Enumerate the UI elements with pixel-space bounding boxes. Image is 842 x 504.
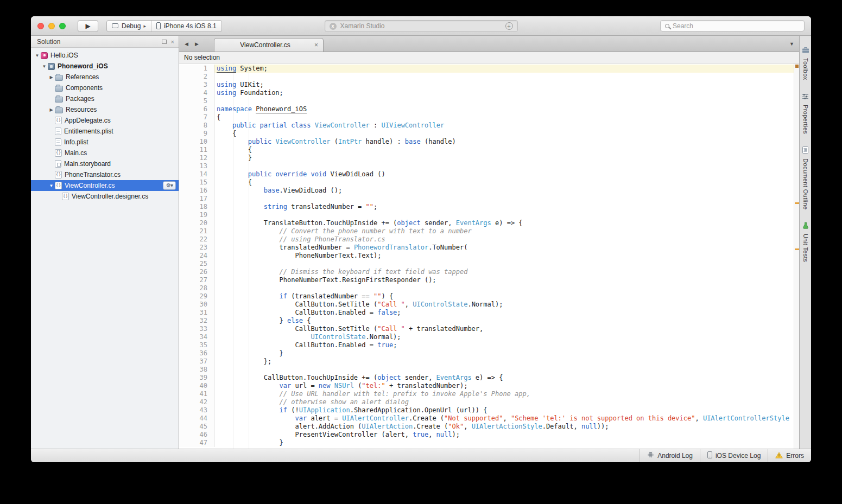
- code-text[interactable]: var url = new NSUrl ("tel:" + translated…: [214, 382, 794, 390]
- code-text[interactable]: var alert = UIAlertController.Create ("N…: [214, 414, 794, 423]
- tree-item-resources[interactable]: ▶Resources: [31, 104, 179, 115]
- line-number[interactable]: 22: [179, 235, 214, 244]
- pad-tab-unit-tests[interactable]: Unit Tests: [802, 221, 809, 262]
- line-number[interactable]: 1: [179, 65, 214, 73]
- code-text[interactable]: [214, 195, 794, 203]
- close-tab-icon[interactable]: ×: [314, 41, 318, 49]
- code-line[interactable]: 26 // Dismiss the keyboard if text field…: [179, 268, 794, 276]
- code-text[interactable]: translatedNumber = PhonewordTranslator.T…: [214, 244, 794, 252]
- code-line[interactable]: 19: [179, 211, 794, 219]
- collapse-arrow-icon[interactable]: ▼: [41, 64, 48, 69]
- tree-item-hello-ios[interactable]: ▼Hello.iOS: [31, 50, 179, 61]
- code-text[interactable]: UIControlState.Normal);: [214, 333, 794, 341]
- expand-arrow-icon[interactable]: ▶: [48, 107, 55, 112]
- line-number[interactable]: 25: [179, 260, 214, 268]
- code-text[interactable]: CallButton.SetTitle ("Call ", UIControlS…: [214, 301, 794, 309]
- line-number[interactable]: 34: [179, 333, 214, 341]
- dock-pad-icon[interactable]: [162, 40, 167, 44]
- code-text[interactable]: {: [214, 113, 794, 122]
- code-text[interactable]: if (!UIApplication.SharedApplication.Ope…: [214, 406, 794, 414]
- line-number[interactable]: 40: [179, 382, 214, 390]
- line-number[interactable]: 19: [179, 211, 214, 219]
- line-number[interactable]: 36: [179, 349, 214, 358]
- code-line[interactable]: 9 {: [179, 130, 794, 138]
- code-line[interactable]: 18 string translatedNumber = "";: [179, 203, 794, 211]
- line-number[interactable]: 4: [179, 89, 214, 97]
- code-line[interactable]: 1using System;: [179, 65, 794, 73]
- search-field[interactable]: Search: [660, 20, 805, 31]
- overview-ruler[interactable]: [794, 63, 799, 449]
- code-line[interactable]: 41 // Use URL handler with tel: prefix t…: [179, 390, 794, 398]
- code-editor[interactable]: 1using System;23using UIKit;4using Found…: [179, 63, 799, 449]
- code-line[interactable]: 23 translatedNumber = PhonewordTranslato…: [179, 244, 794, 252]
- line-number[interactable]: 31: [179, 309, 214, 317]
- line-number[interactable]: 38: [179, 366, 214, 374]
- code-text[interactable]: [214, 97, 794, 105]
- line-number[interactable]: 7: [179, 113, 214, 122]
- code-text[interactable]: [214, 211, 794, 219]
- ios-device-log-button[interactable]: iOS Device Log: [700, 449, 768, 462]
- code-line[interactable]: 22 // using PhoneTranslator.cs: [179, 235, 794, 244]
- tree-item-main-storyboard[interactable]: Main.storyboard: [31, 158, 179, 169]
- code-line[interactable]: 10 public ViewController (IntPtr handle)…: [179, 138, 794, 146]
- code-text[interactable]: string translatedNumber = "";: [214, 203, 794, 211]
- device-selector[interactable]: iPhone 4s iOS 8.1: [151, 21, 221, 31]
- code-text[interactable]: // Convert the phone number with text to…: [214, 227, 794, 235]
- code-text[interactable]: public ViewController (IntPtr handle) : …: [214, 138, 794, 146]
- code-text[interactable]: alert.AddAction (UIAlertAction.Create ("…: [214, 423, 794, 431]
- tree-item-references[interactable]: ▶References: [31, 72, 179, 82]
- code-text[interactable]: using Foundation;: [214, 89, 794, 97]
- code-line[interactable]: 31 CallButton.Enabled = false;: [179, 309, 794, 317]
- line-number[interactable]: 12: [179, 154, 214, 162]
- code-text[interactable]: CallButton.Enabled = true;: [214, 341, 794, 349]
- code-text[interactable]: PhoneNumberText.ResignFirstResponder ();: [214, 276, 794, 284]
- code-line[interactable]: 4using Foundation;: [179, 89, 794, 97]
- line-number[interactable]: 21: [179, 227, 214, 235]
- line-number[interactable]: 43: [179, 406, 214, 414]
- line-number[interactable]: 28: [179, 284, 214, 292]
- line-number[interactable]: 30: [179, 301, 214, 309]
- navigate-back-button[interactable]: ◀: [185, 41, 188, 47]
- code-text[interactable]: [214, 366, 794, 374]
- code-line[interactable]: 21 // Convert the phone number with text…: [179, 227, 794, 235]
- code-text[interactable]: [214, 162, 794, 170]
- code-text[interactable]: CallButton.SetTitle ("Call " + translate…: [214, 325, 794, 333]
- run-button[interactable]: ▶: [78, 20, 98, 32]
- code-line[interactable]: 36 }: [179, 349, 794, 358]
- code-line[interactable]: 44 var alert = UIAlertController.Create …: [179, 414, 794, 423]
- android-log-button[interactable]: Android Log: [640, 449, 700, 462]
- collapse-arrow-icon[interactable]: ▼: [48, 183, 55, 188]
- code-line[interactable]: 47 }: [179, 439, 794, 447]
- code-line[interactable]: 7{: [179, 113, 794, 122]
- operations-icon[interactable]: +: [505, 22, 513, 30]
- code-line[interactable]: 13: [179, 162, 794, 170]
- code-text[interactable]: PhoneNumberText.Text);: [214, 252, 794, 260]
- line-number[interactable]: 42: [179, 398, 214, 406]
- code-text[interactable]: };: [214, 358, 794, 366]
- line-number[interactable]: 10: [179, 138, 214, 146]
- line-number[interactable]: 45: [179, 423, 214, 431]
- line-number[interactable]: 37: [179, 358, 214, 366]
- code-line[interactable]: 46 PresentViewController (alert, true, n…: [179, 431, 794, 439]
- tree-item-main-cs[interactable]: {}Main.cs: [31, 148, 179, 158]
- line-number[interactable]: 16: [179, 187, 214, 195]
- code-line[interactable]: 8 public partial class ViewController : …: [179, 122, 794, 130]
- code-text[interactable]: base.ViewDidLoad ();: [214, 187, 794, 195]
- code-text[interactable]: [214, 73, 794, 81]
- line-number[interactable]: 13: [179, 162, 214, 170]
- code-line[interactable]: 6namespace Phoneword_iOS: [179, 105, 794, 113]
- code-text[interactable]: // otherwise show an alert dialog: [214, 398, 794, 406]
- line-number[interactable]: 33: [179, 325, 214, 333]
- code-text[interactable]: public override void ViewDidLoad (): [214, 170, 794, 178]
- line-number[interactable]: 6: [179, 105, 214, 113]
- line-number[interactable]: 44: [179, 414, 214, 423]
- code-line[interactable]: 27 PhoneNumberText.ResignFirstResponder …: [179, 276, 794, 284]
- code-line[interactable]: 34 UIControlState.Normal);: [179, 333, 794, 341]
- tree-item-viewcontroller-cs[interactable]: ▼{}ViewController.cs⚙▾: [31, 180, 179, 191]
- code-line[interactable]: 38: [179, 366, 794, 374]
- pad-tab-toolbox[interactable]: Toolbox: [802, 46, 809, 80]
- code-line[interactable]: 12 }: [179, 154, 794, 162]
- tree-item-info-plist[interactable]: Info.plist: [31, 137, 179, 148]
- code-line[interactable]: 24 PhoneNumberText.Text);: [179, 252, 794, 260]
- code-line[interactable]: 17: [179, 195, 794, 203]
